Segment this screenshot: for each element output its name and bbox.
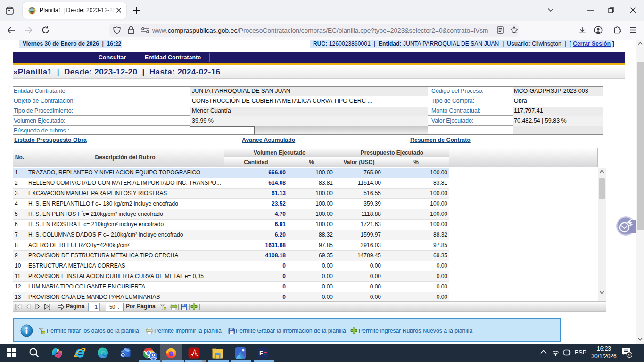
- svg-text:F: F: [259, 350, 263, 357]
- svg-text:9: 9: [628, 352, 630, 357]
